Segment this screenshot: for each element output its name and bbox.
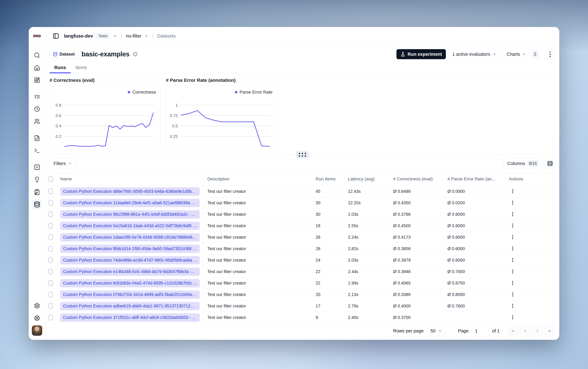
charts-toggle-button[interactable]: Charts 2: [503, 49, 542, 59]
breadcrumb-section[interactable]: Datasets: [157, 33, 176, 39]
charts-row: # Correctness (eval) Correctness 0.20.40…: [46, 73, 559, 154]
row-checkbox[interactable]: [49, 246, 53, 252]
column-header-latency[interactable]: Latency (avg): [344, 172, 389, 186]
next-page-button[interactable]: [532, 326, 542, 336]
row-checkbox[interactable]: [49, 315, 53, 320]
sidebar-item-evaluation[interactable]: [32, 162, 42, 172]
row-checkbox[interactable]: [49, 200, 53, 206]
row-actions-button[interactable]: [509, 267, 517, 276]
page-title-row: Dataset basic-examples Run experiment 1 …: [46, 45, 559, 59]
row-actions-button[interactable]: [509, 290, 517, 299]
run-name-link[interactable]: Custom Python Execution 5a15a616-1bab-44…: [60, 222, 200, 230]
column-header-parse-error[interactable]: # Parse Error Rate (an...: [444, 172, 505, 186]
run-name-link[interactable]: Custom Python Execution fe91b83e-04a5-47…: [60, 279, 200, 287]
run-name-link[interactable]: Custom Python Execution 076b2704-341d-48…: [60, 290, 200, 299]
row-checkbox[interactable]: [49, 257, 53, 263]
kebab-icon: [510, 212, 515, 217]
row-actions-button[interactable]: [509, 245, 517, 253]
chevron-down-icon[interactable]: [113, 34, 117, 38]
rows-per-page-label: Rows per page: [393, 328, 424, 334]
row-actions-button[interactable]: [509, 279, 517, 287]
parse-error-value: Ø 0.7000: [444, 266, 505, 277]
sidebar-item-insights[interactable]: [32, 174, 42, 185]
active-evaluators-button[interactable]: 1 active evaluators: [448, 49, 500, 59]
sidebar-item-home[interactable]: [32, 62, 42, 73]
tab-runs[interactable]: Runs: [49, 62, 71, 73]
sidebar-item-dashboards[interactable]: [32, 75, 42, 85]
sidebar-item-sessions[interactable]: [32, 104, 42, 114]
user-avatar[interactable]: [32, 325, 42, 336]
chevrons-left-icon: [511, 329, 515, 333]
columns-button[interactable]: Columns 8/15: [503, 158, 542, 168]
breadcrumb: langfuse-dev Team no-filter Datasets: [64, 33, 176, 39]
life-buoy-icon: [34, 315, 40, 321]
row-checkbox[interactable]: [49, 280, 53, 286]
run-name-link[interactable]: Custom Python Execution 9fe23f98-881e-44…: [60, 210, 200, 219]
run-name-link[interactable]: Custom Python Execution d66e7991-8595-45…: [60, 187, 200, 196]
last-page-button[interactable]: [545, 326, 555, 336]
info-icon[interactable]: [133, 52, 137, 57]
tab-items[interactable]: Items: [71, 62, 92, 73]
run-name-link[interactable]: Custom Python Execution e14fa348-5cfc-49…: [60, 267, 200, 276]
row-checkbox[interactable]: [49, 303, 53, 309]
sidebar-item-playground[interactable]: [32, 145, 42, 156]
run-name-link[interactable]: Custom Python Execution adfae619-abb0-4d…: [60, 302, 200, 310]
breadcrumb-environment[interactable]: no-filter: [126, 33, 141, 39]
run-experiment-button[interactable]: Run experiment: [396, 49, 446, 59]
search-icon: [34, 52, 40, 58]
filters-button[interactable]: Filters: [49, 158, 76, 168]
row-actions-button[interactable]: [509, 222, 517, 230]
sidebar-item-annotation[interactable]: [32, 187, 42, 197]
run-name-link[interactable]: Custom Python Execution f6bb1614-1f90-40…: [60, 245, 200, 253]
row-checkbox[interactable]: [49, 269, 53, 275]
sidebar-item-support[interactable]: [32, 313, 42, 323]
row-actions-button[interactable]: [509, 210, 517, 219]
row-checkbox[interactable]: [49, 235, 53, 240]
sidebar-item-users[interactable]: [32, 116, 42, 127]
run-name-link[interactable]: Custom Python Execution 371f531c-abff-4d…: [60, 313, 200, 322]
row-checkbox[interactable]: [49, 212, 53, 217]
database-icon: [53, 52, 58, 57]
row-actions-button[interactable]: [509, 302, 517, 310]
row-checkbox[interactable]: [49, 223, 53, 229]
run-items-value: 18: [312, 220, 344, 231]
run-name-link[interactable]: Custom Python Execution 114aa9ef-29e6-4e…: [60, 199, 200, 207]
more-actions-button[interactable]: [545, 49, 555, 59]
column-header-run-items[interactable]: Run Items: [312, 172, 344, 186]
row-checkbox[interactable]: [49, 189, 53, 194]
row-actions-button[interactable]: [509, 199, 517, 207]
sidebar-item-settings[interactable]: [32, 300, 42, 311]
sidebar-item-tracing[interactable]: [32, 92, 42, 102]
run-name-link[interactable]: Custom Python Execution 74de488e-ec9d-47…: [60, 256, 200, 264]
row-actions-button[interactable]: [509, 187, 517, 196]
page-number-input[interactable]: [472, 326, 489, 336]
row-actions-button[interactable]: [509, 256, 517, 265]
row-actions-button[interactable]: [509, 313, 517, 322]
row-height-button[interactable]: [545, 158, 555, 168]
sidebar-toggle-button[interactable]: [52, 32, 60, 40]
column-header-name[interactable]: Name: [57, 172, 204, 186]
resize-drag-handle[interactable]: [296, 151, 309, 158]
breadcrumb-project[interactable]: langfuse-dev: [64, 33, 93, 39]
table-header: Name Description Run Items Latency (avg)…: [46, 172, 559, 186]
sidebar-item-prompts[interactable]: [32, 133, 42, 143]
rows-per-page-select[interactable]: 50: [427, 326, 445, 336]
parse-error-value: Ø 0.0200: [444, 197, 505, 208]
column-header-correctness[interactable]: # Correctness (eval): [389, 172, 444, 186]
run-name-link[interactable]: Custom Python Execution 1daec0f9-5e78-43…: [60, 233, 200, 242]
first-page-button[interactable]: [508, 326, 518, 336]
correctness-value: Ø 0.3948: [389, 266, 444, 277]
langfuse-logo[interactable]: [29, 27, 45, 45]
row-checkbox[interactable]: [49, 292, 53, 297]
chevron-down-icon[interactable]: [144, 34, 148, 38]
dashboard-grid-icon: [34, 77, 40, 83]
sidebar-item-search[interactable]: [32, 50, 42, 61]
column-header-description[interactable]: Description: [204, 172, 312, 186]
previous-page-button[interactable]: [520, 326, 530, 336]
select-all-checkbox[interactable]: [49, 176, 53, 182]
row-actions-button[interactable]: [509, 233, 517, 242]
sidebar-item-datasets[interactable]: [32, 199, 42, 210]
chart-card: Parse Error Rate 0.250.50.751: [166, 85, 277, 150]
run-items-value: 22: [312, 266, 344, 277]
svg-text:0.4: 0.4: [56, 123, 61, 128]
